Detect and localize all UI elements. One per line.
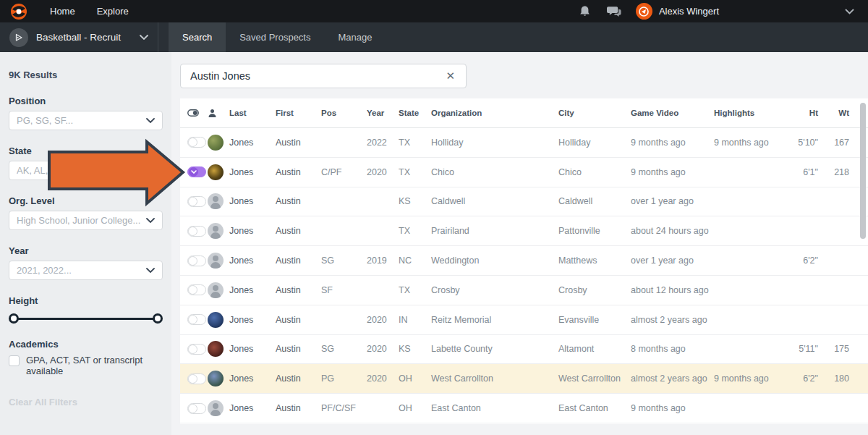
nav-explore[interactable]: Explore — [97, 6, 129, 17]
team-switcher[interactable]: Basketball - Recruit — [0, 22, 158, 52]
row-select-toggle[interactable] — [187, 255, 206, 266]
tab-manage[interactable]: Manage — [324, 22, 386, 52]
cell-last: Jones — [229, 344, 276, 354]
cell-year: 2022 — [367, 138, 399, 148]
tab-search[interactable]: Search — [169, 22, 226, 52]
cell-pos: PF/C/SF — [321, 403, 367, 413]
row-select-toggle[interactable] — [187, 196, 206, 207]
cell-game-video: 9 months ago — [631, 138, 714, 148]
cell-last: Jones — [229, 255, 276, 266]
filter-label-height: Height — [9, 295, 163, 306]
player-avatar — [208, 253, 224, 269]
slider-track — [12, 318, 159, 320]
clear-search-icon[interactable]: ✕ — [444, 69, 456, 83]
cell-organization: Chico — [431, 167, 558, 177]
messages-chat-icon[interactable] — [607, 4, 621, 19]
search-input[interactable] — [190, 70, 444, 82]
cell-organization: Labette County — [431, 344, 558, 354]
row-select-toggle[interactable] — [187, 137, 206, 148]
table-row[interactable]: Jones Austin TX Prairiland Pattonville a… — [180, 216, 868, 246]
col-header-highlights[interactable]: Highlights — [714, 109, 792, 117]
row-select-toggle[interactable] — [187, 403, 206, 414]
col-header-first[interactable]: First — [276, 109, 321, 117]
cell-city: Holliday — [558, 138, 631, 148]
toggle-knob — [188, 315, 197, 324]
table-row[interactable]: Jones Austin KS Caldwell Caldwell over 1… — [180, 187, 868, 217]
academics-checkbox-label[interactable]: GPA, ACT, SAT or transcript available — [26, 355, 163, 377]
toggle-knob — [189, 167, 198, 177]
notifications-bell-icon[interactable] — [578, 4, 592, 19]
col-header-last[interactable]: Last — [229, 109, 276, 117]
slider-handle-max[interactable] — [153, 313, 163, 324]
pennant-icon — [9, 28, 28, 47]
cell-last: Jones — [229, 196, 276, 206]
cell-state: NC — [399, 255, 431, 266]
row-select-toggle[interactable] — [187, 373, 206, 384]
hudl-logo-icon[interactable] — [9, 2, 28, 21]
top-navbar: Home Explore Alexis Wingert — [0, 0, 868, 22]
table-row[interactable]: Jones Austin SG 2019 NC Weddington Matth… — [180, 246, 868, 276]
table-row[interactable]: Jones Austin SG 2020 KS Labette County A… — [180, 335, 868, 365]
academics-checkbox[interactable] — [9, 355, 20, 366]
cell-first: Austin — [276, 403, 321, 413]
table-row[interactable]: Jones Austin 2020 IN Reitz Memorial Evan… — [180, 305, 868, 335]
cell-organization: Weddington — [431, 255, 558, 266]
position-select[interactable]: PG, SG, SF... — [9, 111, 163, 130]
cell-organization: Caldwell — [431, 196, 558, 206]
row-select-toggle[interactable] — [187, 284, 206, 295]
user-menu[interactable]: Alexis Wingert — [636, 3, 719, 20]
clear-all-filters-button[interactable]: Clear All Filters — [9, 397, 163, 407]
cell-state: KS — [399, 344, 431, 354]
player-avatar — [208, 341, 224, 357]
user-menu-chevron-down-icon[interactable] — [842, 4, 856, 19]
year-select[interactable]: 2021, 2022... — [9, 261, 163, 280]
cell-first: Austin — [276, 255, 321, 266]
scrollbar-thumb[interactable] — [860, 103, 866, 239]
table-row[interactable]: Jones Austin 2022 TX Holliday Holliday 9… — [180, 128, 868, 158]
cell-ht: 6'2" — [792, 255, 818, 266]
cell-state: TX — [399, 285, 431, 295]
col-header-pos[interactable]: Pos — [321, 109, 367, 117]
cell-first: Austin — [276, 138, 321, 148]
table-row[interactable]: Jones Austin SF TX Crosby Crosby about 1… — [180, 276, 868, 305]
col-header-year[interactable]: Year — [367, 109, 399, 117]
col-header-wt[interactable]: Wt — [818, 109, 849, 117]
slider-handle-min[interactable] — [9, 313, 19, 324]
row-select-toggle[interactable] — [187, 226, 206, 237]
tab-saved-prospects[interactable]: Saved Prospects — [226, 22, 324, 52]
academics-filter: GPA, ACT, SAT or transcript available — [9, 355, 163, 377]
row-select-toggle[interactable] — [187, 344, 206, 355]
cell-game-video: 9 months ago — [631, 167, 714, 177]
col-header-game-video[interactable]: Game Video — [631, 109, 714, 117]
cell-ht: 5'10" — [792, 138, 818, 148]
table-row[interactable]: Jones Austin PG 2020 OH West Carrollton … — [180, 364, 868, 394]
nav-home[interactable]: Home — [50, 6, 75, 17]
col-header-city[interactable]: City — [558, 109, 631, 117]
toggle-column-header-icon — [180, 109, 208, 117]
table-row[interactable]: Jones Austin C/PF 2020 TX Chico Chico 9 … — [180, 158, 868, 187]
row-select-toggle[interactable] — [187, 314, 206, 325]
toggle-knob — [188, 285, 197, 295]
cell-year: 2020 — [367, 315, 399, 325]
filter-label-org-level: Org. Level — [9, 195, 163, 206]
row-select-toggle[interactable] — [187, 166, 206, 177]
table-body: Jones Austin 2022 TX Holliday Holliday 9… — [180, 128, 868, 423]
cell-pos: C/PF — [321, 167, 367, 177]
cell-first: Austin — [276, 373, 321, 384]
col-header-state[interactable]: State — [399, 109, 431, 117]
cell-first: Austin — [276, 285, 321, 295]
col-header-ht[interactable]: Ht — [792, 109, 818, 117]
cell-year: 2020 — [367, 373, 399, 384]
col-header-organization[interactable]: Organization — [431, 109, 558, 117]
cell-city: West Carrollton — [558, 373, 631, 384]
state-select[interactable]: AK, AL, ... — [9, 161, 163, 180]
cell-game-video: over 1 year ago — [631, 196, 714, 206]
cell-city: East Canton — [558, 403, 631, 413]
cell-game-video: 9 months ago — [631, 403, 714, 413]
cell-city: Altamont — [558, 344, 631, 354]
cell-city: Caldwell — [558, 196, 631, 206]
toggle-knob — [188, 345, 197, 354]
org-level-select[interactable]: High School, Junior College... — [9, 211, 163, 230]
table-row[interactable]: Jones Austin PF/C/SF OH East Canton East… — [180, 394, 868, 423]
cell-game-video: about 24 hours ago — [631, 226, 714, 236]
